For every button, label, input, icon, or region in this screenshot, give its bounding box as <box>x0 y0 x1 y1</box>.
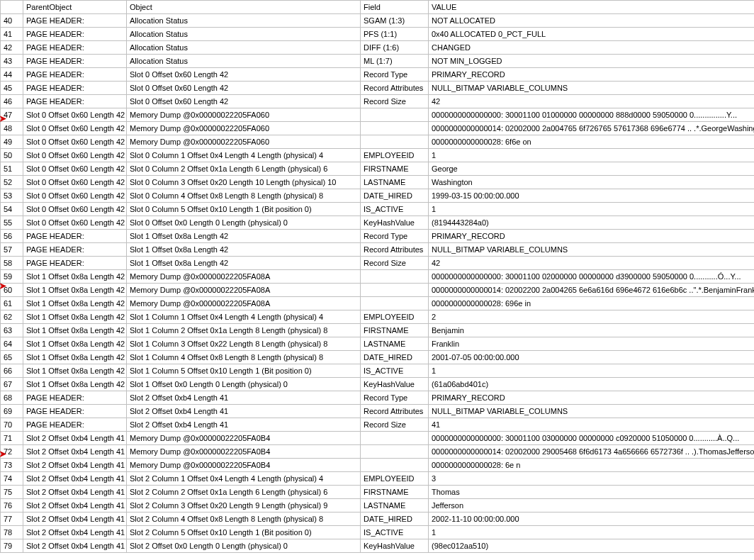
cell-value[interactable]: Jefferson <box>429 499 755 513</box>
table-row[interactable]: 79Slot 2 Offset 0xb4 Length 41Slot 2 Off… <box>1 539 755 553</box>
cell-parent[interactable]: Slot 0 Offset 0x60 Length 42 <box>23 135 127 149</box>
header-rownum[interactable] <box>1 1 23 14</box>
cell-rownum[interactable]: 53 <box>1 189 23 203</box>
table-row[interactable]: 70PAGE HEADER:Slot 2 Offset 0xb4 Length … <box>1 418 755 432</box>
cell-object[interactable]: Memory Dump @0x00000022205FA08A <box>127 284 361 297</box>
cell-object[interactable]: Memory Dump @0x00000022205FA0B4 <box>127 432 361 445</box>
table-row[interactable]: 49Slot 0 Offset 0x60 Length 42Memory Dum… <box>1 135 755 149</box>
cell-object[interactable]: Slot 1 Column 4 Offset 0x8 Length 8 Leng… <box>127 351 361 364</box>
table-row[interactable]: 78Slot 2 Offset 0xb4 Length 41Slot 2 Col… <box>1 526 755 539</box>
cell-parent[interactable]: PAGE HEADER: <box>23 82 127 95</box>
cell-value[interactable]: 1 <box>429 364 755 378</box>
cell-object[interactable]: Slot 0 Offset 0x0 Length 0 Length (physi… <box>127 216 361 230</box>
table-row[interactable]: 55Slot 0 Offset 0x60 Length 42Slot 0 Off… <box>1 216 755 230</box>
cell-field[interactable]: FIRSTNAME <box>361 162 429 176</box>
cell-parent[interactable]: PAGE HEADER: <box>23 41 127 55</box>
cell-parent[interactable]: PAGE HEADER: <box>23 230 127 243</box>
cell-field[interactable]: IS_ACTIVE <box>361 203 429 216</box>
table-row[interactable]: 75Slot 2 Offset 0xb4 Length 41Slot 2 Col… <box>1 486 755 499</box>
cell-parent[interactable]: Slot 1 Offset 0x8a Length 42 <box>23 337 127 351</box>
cell-field[interactable]: FIRSTNAME <box>361 486 429 499</box>
cell-value[interactable]: 0000000000000000: 30001100 01000000 0000… <box>429 108 755 122</box>
cell-object[interactable]: Slot 1 Offset 0x8a Length 42 <box>127 257 361 270</box>
cell-value[interactable]: Washington <box>429 176 755 189</box>
cell-rownum[interactable]: 54 <box>1 203 23 216</box>
table-row[interactable]: 73Slot 2 Offset 0xb4 Length 41Memory Dum… <box>1 459 755 472</box>
cell-rownum[interactable]: 65 <box>1 351 23 364</box>
header-value[interactable]: VALUE <box>429 1 755 14</box>
cell-parent[interactable]: Slot 1 Offset 0x8a Length 42 <box>23 297 127 310</box>
cell-value[interactable]: 42 <box>429 95 755 108</box>
cell-field[interactable]: Record Size <box>361 257 429 270</box>
cell-value[interactable]: NOT MIN_LOGGED <box>429 55 755 68</box>
cell-rownum[interactable]: 59 <box>1 270 23 284</box>
cell-field[interactable]: KeyHashValue <box>361 378 429 391</box>
cell-parent[interactable]: Slot 1 Offset 0x8a Length 42 <box>23 364 127 378</box>
cell-field[interactable]: EMPLOYEEID <box>361 310 429 324</box>
cell-field[interactable]: Record Attributes <box>361 405 429 418</box>
cell-object[interactable]: Slot 2 Offset 0x0 Length 0 Length (physi… <box>127 539 361 553</box>
cell-field[interactable] <box>361 135 429 149</box>
cell-field[interactable]: FIRSTNAME <box>361 324 429 337</box>
cell-value[interactable]: PRIMARY_RECORD <box>429 68 755 82</box>
cell-rownum[interactable]: 77 <box>1 513 23 526</box>
cell-field[interactable] <box>361 122 429 135</box>
cell-value[interactable]: 2002-11-10 00:00:00.000 <box>429 513 755 526</box>
cell-parent[interactable]: Slot 1 Offset 0x8a Length 42 <box>23 270 127 284</box>
cell-rownum[interactable]: 43 <box>1 55 23 68</box>
cell-value[interactable]: 0000000000000028: 696e in <box>429 297 755 310</box>
cell-field[interactable]: LASTNAME <box>361 176 429 189</box>
cell-parent[interactable]: Slot 1 Offset 0x8a Length 42 <box>23 324 127 337</box>
cell-object[interactable]: Slot 0 Offset 0x60 Length 42 <box>127 95 361 108</box>
table-row[interactable]: 45PAGE HEADER:Slot 0 Offset 0x60 Length … <box>1 82 755 95</box>
cell-object[interactable]: Slot 1 Offset 0x8a Length 42 <box>127 230 361 243</box>
cell-value[interactable]: 1999-03-15 00:00:00.000 <box>429 189 755 203</box>
cell-rownum[interactable]: 46 <box>1 95 23 108</box>
cell-field[interactable] <box>361 432 429 445</box>
cell-rownum[interactable]: 50 <box>1 149 23 162</box>
cell-parent[interactable]: PAGE HEADER: <box>23 55 127 68</box>
cell-field[interactable]: ML (1:7) <box>361 55 429 68</box>
cell-object[interactable]: Slot 1 Column 3 Offset 0x22 Length 8 Len… <box>127 337 361 351</box>
table-row[interactable]: 65Slot 1 Offset 0x8a Length 42Slot 1 Col… <box>1 351 755 364</box>
cell-value[interactable]: 42 <box>429 257 755 270</box>
cell-object[interactable]: Allocation Status <box>127 14 361 28</box>
cell-parent[interactable]: Slot 1 Offset 0x8a Length 42 <box>23 378 127 391</box>
table-row[interactable]: 44PAGE HEADER:Slot 0 Offset 0x60 Length … <box>1 68 755 82</box>
cell-rownum[interactable]: 72 <box>1 445 23 459</box>
table-row[interactable]: 52Slot 0 Offset 0x60 Length 42Slot 0 Col… <box>1 176 755 189</box>
cell-field[interactable]: SGAM (1:3) <box>361 14 429 28</box>
cell-rownum[interactable]: 74 <box>1 472 23 486</box>
cell-rownum[interactable]: 69 <box>1 405 23 418</box>
cell-field[interactable]: DATE_HIRED <box>361 189 429 203</box>
cell-parent[interactable]: Slot 1 Offset 0x8a Length 42 <box>23 351 127 364</box>
table-row[interactable]: 43PAGE HEADER:Allocation StatusML (1:7)N… <box>1 55 755 68</box>
table-row[interactable]: 41PAGE HEADER:Allocation StatusPFS (1:1)… <box>1 28 755 41</box>
data-grid[interactable]: ParentObject Object Field VALUE 40PAGE H… <box>0 0 754 553</box>
cell-parent[interactable]: Slot 0 Offset 0x60 Length 42 <box>23 216 127 230</box>
table-row[interactable]: 67Slot 1 Offset 0x8a Length 42Slot 1 Off… <box>1 378 755 391</box>
cell-rownum[interactable]: 48 <box>1 122 23 135</box>
table-row[interactable]: 51Slot 0 Offset 0x60 Length 42Slot 0 Col… <box>1 162 755 176</box>
cell-field[interactable]: DATE_HIRED <box>361 513 429 526</box>
cell-rownum[interactable]: 63 <box>1 324 23 337</box>
cell-value[interactable]: 41 <box>429 418 755 432</box>
cell-value[interactable]: (8194443284a0) <box>429 216 755 230</box>
cell-parent[interactable]: Slot 0 Offset 0x60 Length 42 <box>23 149 127 162</box>
cell-rownum[interactable]: 49 <box>1 135 23 149</box>
cell-object[interactable]: Slot 0 Column 3 Offset 0x20 Length 10 Le… <box>127 176 361 189</box>
cell-rownum[interactable]: 79 <box>1 539 23 553</box>
cell-field[interactable]: LASTNAME <box>361 499 429 513</box>
table-row[interactable]: 54Slot 0 Offset 0x60 Length 42Slot 0 Col… <box>1 203 755 216</box>
table-row[interactable]: 57PAGE HEADER:Slot 1 Offset 0x8a Length … <box>1 243 755 257</box>
cell-value[interactable]: 0x40 ALLOCATED 0_PCT_FULL <box>429 28 755 41</box>
cell-field[interactable]: IS_ACTIVE <box>361 526 429 539</box>
cell-parent[interactable]: Slot 0 Offset 0x60 Length 42 <box>23 122 127 135</box>
cell-field[interactable]: Record Size <box>361 418 429 432</box>
cell-field[interactable]: LASTNAME <box>361 337 429 351</box>
cell-object[interactable]: Slot 1 Column 2 Offset 0x1a Length 8 Len… <box>127 324 361 337</box>
cell-rownum[interactable]: 71 <box>1 432 23 445</box>
cell-value[interactable]: Franklin <box>429 337 755 351</box>
cell-rownum[interactable]: 68 <box>1 391 23 405</box>
cell-parent[interactable]: Slot 2 Offset 0xb4 Length 41 <box>23 499 127 513</box>
